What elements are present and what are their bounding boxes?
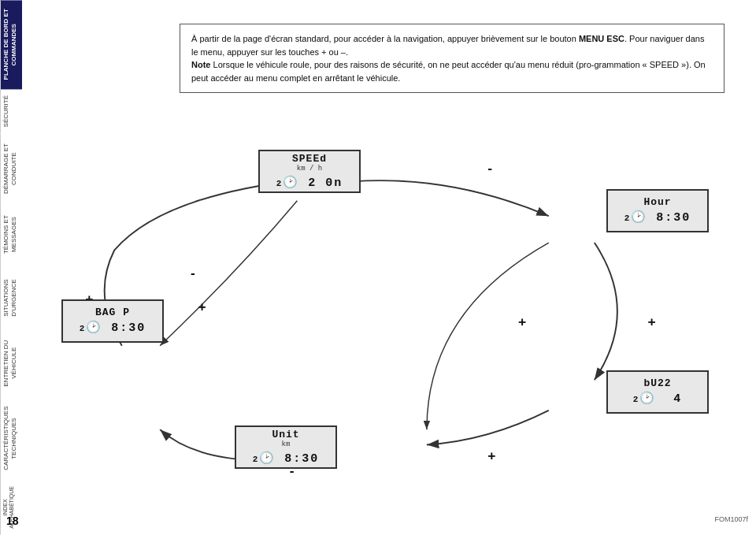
- speed-label: SPEEd: [292, 154, 327, 164]
- info-box: À partir de la page d'écran standard, po…: [180, 24, 724, 93]
- buzz-value: 2🕑 4: [633, 391, 683, 406]
- sidebar-item-demarrage[interactable]: DÉMARRAGE ET CONDUITE: [0, 134, 22, 203]
- sidebar-item-entretien[interactable]: ENTRETIEN DU VÉHICULE: [0, 330, 22, 396]
- unit-sublabel: km: [282, 440, 291, 448]
- info-bold-1: MENU ESC: [579, 34, 624, 43]
- hour-label: Hour: [643, 197, 671, 207]
- svg-text:+: +: [648, 314, 656, 330]
- speed-value: 2🕑 2 0n: [276, 175, 343, 190]
- lcd-buzz: bU22 2🕑 4: [606, 370, 709, 414]
- main-content: À partir de la page d'écran standard, po…: [22, 0, 756, 535]
- sidebar-item-securite[interactable]: SÉCURITÉ: [0, 89, 22, 133]
- sidebar-item-caracteristiques[interactable]: CARACTÉRISTIQUES TECHNIQUES: [0, 396, 22, 481]
- sidebar-item-situations[interactable]: SITUATIONS D'URGENCE: [0, 266, 22, 330]
- svg-text:+: +: [518, 314, 526, 330]
- svg-text:+: +: [198, 299, 206, 314]
- lcd-bag: BAG P 2🕑 8:30: [61, 299, 164, 343]
- buzz-label: bU22: [643, 378, 671, 388]
- bag-label: BAG P: [95, 307, 130, 318]
- sidebar-item-planche[interactable]: PLANCHE DE BORD ET COMMANDES: [0, 0, 22, 89]
- speed-sublabel: km / h: [297, 165, 322, 173]
- svg-text:-: -: [487, 160, 492, 176]
- diagram: - + - + - + - +: [46, 150, 709, 503]
- lcd-hour: Hour 2🕑 8:30: [606, 189, 709, 232]
- unit-value: 2🕑 8:30: [253, 451, 320, 466]
- figure-reference: FOM1007f: [714, 515, 748, 523]
- lcd-speed: SPEEd km / h 2🕑 2 0n: [258, 150, 361, 193]
- unit-label: Unit: [272, 429, 299, 440]
- info-text-1: À partir de la page d'écran standard, po…: [191, 34, 579, 43]
- sidebar-item-temoins[interactable]: TÉMOINS ET MESSAGES: [0, 203, 22, 266]
- svg-text:-: -: [191, 265, 195, 281]
- page-number: 18: [6, 515, 19, 527]
- svg-text:+: +: [487, 448, 495, 463]
- bag-value: 2🕑 8:30: [80, 320, 146, 335]
- lcd-unit: Unit km 2🕑 8:30: [235, 425, 337, 469]
- note-text: Lorsque le véhicule roule, pour des rais…: [191, 60, 706, 83]
- note-label: Note: [191, 60, 210, 69]
- sidebar: PLANCHE DE BORD ET COMMANDES SÉCURITÉ DÉ…: [0, 0, 22, 535]
- hour-value: 2🕑 8:30: [624, 210, 691, 225]
